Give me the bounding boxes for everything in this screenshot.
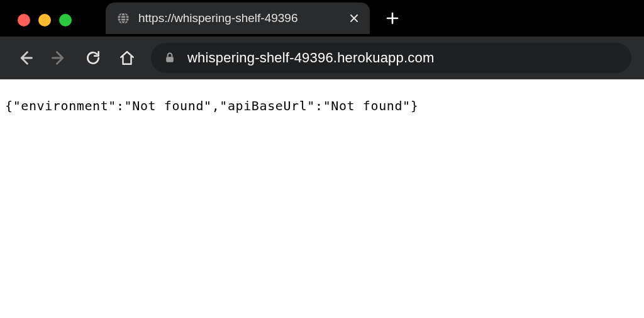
titlebar: https://whispering-shelf-49396 bbox=[0, 0, 644, 37]
minimize-window-button[interactable] bbox=[38, 14, 51, 26]
browser-tab[interactable]: https://whispering-shelf-49396 bbox=[106, 3, 370, 34]
new-tab-button[interactable] bbox=[379, 4, 406, 32]
url-text: whispering-shelf-49396.herokuapp.com bbox=[187, 50, 434, 66]
back-button[interactable] bbox=[15, 48, 35, 68]
close-tab-button[interactable] bbox=[347, 11, 361, 25]
forward-button[interactable] bbox=[49, 48, 69, 68]
svg-rect-4 bbox=[166, 57, 174, 62]
json-body-text: {"environment":"Not found","apiBaseUrl":… bbox=[5, 98, 418, 113]
lock-icon bbox=[164, 52, 176, 64]
tab-title: https://whispering-shelf-49396 bbox=[138, 11, 340, 25]
close-window-button[interactable] bbox=[18, 14, 30, 26]
tabstrip: https://whispering-shelf-49396 bbox=[106, 0, 406, 37]
address-bar[interactable]: whispering-shelf-49396.herokuapp.com bbox=[151, 43, 631, 73]
globe-icon bbox=[116, 11, 131, 26]
home-button[interactable] bbox=[117, 48, 137, 68]
page-content: {"environment":"Not found","apiBaseUrl":… bbox=[0, 79, 644, 132]
maximize-window-button[interactable] bbox=[59, 14, 72, 26]
traffic-lights bbox=[18, 14, 72, 26]
reload-button[interactable] bbox=[83, 48, 103, 68]
browser-toolbar: whispering-shelf-49396.herokuapp.com bbox=[0, 37, 644, 79]
